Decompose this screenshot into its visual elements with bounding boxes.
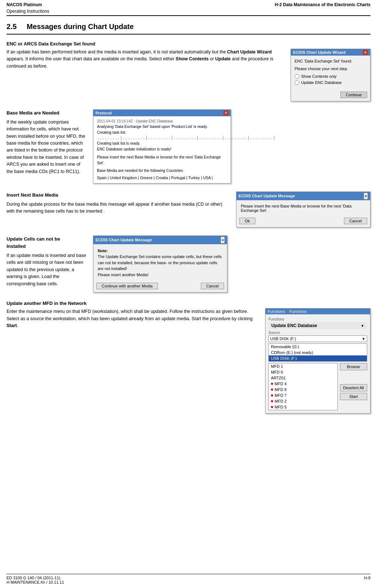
mfd-item-label-6: MFD 2: [275, 399, 287, 403]
update-mfd-text-col: Enter the maintenance menu on that MFD (…: [7, 308, 259, 329]
enc-arcs-dialog-titlebar: ECDIS Chart Update Wizard ×: [291, 49, 370, 56]
header-sub: Operating Instructions: [0, 9, 377, 15]
mfd-list-item-2[interactable]: ARTZ01: [269, 375, 337, 381]
subsection-update-cells: Update Cells can not beInstalled If an u…: [7, 235, 370, 293]
update-cells-sub: Please insert another Media!: [98, 272, 223, 278]
update-cells-body: Note: The Update Exchange Set contains s…: [93, 244, 227, 282]
subsection-insert-next: Insert Next Base Media During the update…: [7, 192, 370, 227]
protocol-window: Protocol × 2011-04-01 13:16:14Z : Update…: [93, 109, 231, 184]
insert-next-text-col: Insert Next Base Media During the update…: [7, 192, 230, 215]
enc-arcs-dialog-title: ECDIS Chart Update Wizard: [293, 50, 346, 55]
mfd-red-dot-4: [271, 388, 273, 391]
mfd-red-dot-7: [271, 406, 273, 408]
subsection-base-media: Base Media are Needed If the weekly upda…: [7, 109, 370, 184]
note-text: The Update Exchange Set contains some up…: [98, 254, 222, 271]
protocol-line-3: Creating task list is ready.: [97, 141, 227, 146]
insert-next-dialog: ECDIS Chart Update Message × Please inse…: [236, 192, 370, 227]
mfd-list-item-0[interactable]: MFD 1: [269, 363, 337, 369]
mfd-function-label: Functions: [268, 317, 367, 321]
mfd-list-item-5[interactable]: MFD 7: [269, 392, 337, 398]
protocol-countries: Spain | United Kingdom | Greece | Croati…: [97, 175, 227, 181]
footer-right: H-9: [364, 576, 370, 584]
mfd-item-label-2: ARTZ01: [271, 376, 286, 380]
update-cells-cancel-btn[interactable]: Cancel: [201, 283, 224, 289]
protocol-close-btn[interactable]: ×: [223, 110, 228, 116]
mfd-list-item-3[interactable]: MFD 4: [269, 381, 337, 387]
protocol-title: Protocol: [96, 111, 112, 115]
mfd-title-arrow: ▼: [361, 324, 364, 328]
update-cells-dialog-title: ECDIS Chart Update Message: [96, 238, 152, 242]
insert-next-cancel-btn[interactable]: Cancel: [344, 218, 367, 224]
mfd-browse-btn[interactable]: Browse: [340, 363, 367, 370]
mfd-title: Update ENC Database: [271, 323, 317, 328]
mfd-deselect-all-btn[interactable]: Deselect All: [340, 384, 367, 391]
base-media-dialog-col: Protocol × 2011-04-01 13:16:14Z : Update…: [93, 109, 231, 184]
update-mfd-title: Update another MFD in the Network: [7, 301, 370, 306]
mfd-source-option-1[interactable]: CDRom (E:) (not ready): [269, 350, 367, 355]
update-cells-close-btn[interactable]: ×: [220, 237, 225, 243]
mfd-list-item-4[interactable]: MFD 8: [269, 387, 337, 392]
footer-file: H MAINTENANCE.fm / 10.11.11: [7, 580, 64, 584]
enc-arcs-text: If an update has been performed before a…: [7, 49, 284, 70]
mfd-menu-functions2[interactable]: Functions: [289, 309, 307, 314]
insert-next-titlebar: ECDIS Chart Update Message ×: [236, 192, 370, 200]
page: NACOS Platinum H-2 Data Maintenance of t…: [0, 0, 377, 588]
update-cells-note: Note: The Update Exchange Set contains s…: [98, 248, 223, 272]
enc-arcs-layout: If an update has been performed before a…: [7, 49, 370, 101]
insert-next-para: During the update process for the base m…: [7, 201, 230, 215]
update-cells-para: If an update media is inserted and base …: [7, 252, 86, 287]
mfd-item-label-0: MFD 1: [271, 364, 283, 368]
mfd-source-selected: USB DISK (F:): [270, 337, 296, 341]
enc-arcs-radio-group: Show Contents only Update ENC Database: [295, 74, 366, 85]
mfd-list-item-7[interactable]: MFD 5: [269, 404, 337, 410]
mfd-source-option-2[interactable]: USB DISK (F:): [269, 355, 367, 361]
mfd-source-dropdown[interactable]: USB DISK (F:) ▼: [268, 335, 367, 342]
header-right-title: H-2 Data Maintenance of the Electronic C…: [275, 2, 370, 7]
section-heading: Messages during Chart Update: [27, 23, 134, 31]
mfd-source-option-0[interactable]: Removable (G:): [269, 344, 367, 350]
mfd-list-item-1[interactable]: MFD 6: [269, 369, 337, 375]
note-label: Note:: [98, 249, 108, 253]
mfd-list-item-6[interactable]: MFD 2: [269, 398, 337, 404]
main-content: ENC or ARCS Data Exchange Set found If a…: [0, 41, 377, 414]
subsection-enc-arcs: ENC or ARCS Data Exchange Set found If a…: [7, 41, 370, 101]
update-mfd-layout: Enter the maintenance menu on that MFD (…: [7, 308, 370, 414]
base-media-title: Base Media are Needed: [7, 109, 86, 117]
enc-arcs-dialog-close[interactable]: ×: [363, 50, 368, 55]
insert-next-body: Please insert the next Base Media or bro…: [236, 200, 370, 216]
header-left-sub: Operating Instructions: [7, 9, 49, 14]
page-footer: ED 3100 G 140 / 04 (2011-11) H MAINTENAN…: [7, 574, 370, 584]
protocol-timestamp: 2011-04-01 13:16:14Z : Update ENC Databa…: [97, 118, 227, 124]
mfd-dropdown-arrow: ▼: [362, 337, 365, 341]
radio-update-enc[interactable]: [295, 80, 299, 85]
mfd-item-label-5: MFD 7: [275, 393, 287, 398]
enc-arcs-radio-update[interactable]: Update ENC Database: [295, 80, 366, 85]
enc-arcs-continue-btn[interactable]: Continue: [340, 92, 367, 98]
mfd-start-btn[interactable]: Start: [340, 393, 367, 400]
protocol-line-4: ENC Database update initialization is re…: [97, 146, 227, 152]
continue-with-another-media-btn[interactable]: Continue with another Media: [96, 283, 158, 289]
section-title: 2.5 Messages during Chart Update: [0, 16, 377, 34]
protocol-line-1: Creating task list.: [97, 130, 227, 136]
section-divider: [7, 34, 370, 35]
mfd-actions: Browse Deselect All Start: [340, 363, 367, 410]
protocol-line-0: Analysing 'Data Exchange Set' based upon…: [97, 124, 227, 130]
update-mfd-dialog-col: Functions Functions Functions Update ENC…: [265, 308, 370, 414]
enc-arcs-dialog-footer: Continue: [291, 90, 370, 101]
mfd-red-dot-3: [271, 383, 273, 385]
insert-next-close-btn[interactable]: ×: [364, 193, 368, 200]
update-cells-layout: Update Cells can not beInstalled If an u…: [7, 235, 370, 293]
subsection-update-mfd: Update another MFD in the Network Enter …: [7, 301, 370, 414]
base-media-text-col: Base Media are Needed If the weekly upda…: [7, 109, 86, 175]
protocol-line-5: Please insert the next Base Media or bro…: [97, 154, 227, 166]
enc-arcs-para: If an update has been performed before a…: [7, 49, 284, 70]
enc-arcs-radio-show[interactable]: Show Contents only: [295, 74, 366, 79]
update-cells-titlebar: ECDIS Chart Update Message ×: [93, 236, 227, 244]
mfd-title-row: Update ENC Database ▼: [268, 322, 367, 329]
radio-show-contents[interactable]: [295, 74, 299, 79]
insert-next-ok-btn[interactable]: Ok: [239, 218, 255, 224]
mfd-list: MFD 1 MFD 6 ARTZ01: [268, 363, 338, 410]
mfd-red-dot-5: [271, 394, 273, 396]
footer-left: ED 3100 G 140 / 04 (2011-11) H MAINTENAN…: [7, 576, 64, 584]
mfd-menu-functions1[interactable]: Functions: [268, 309, 285, 314]
